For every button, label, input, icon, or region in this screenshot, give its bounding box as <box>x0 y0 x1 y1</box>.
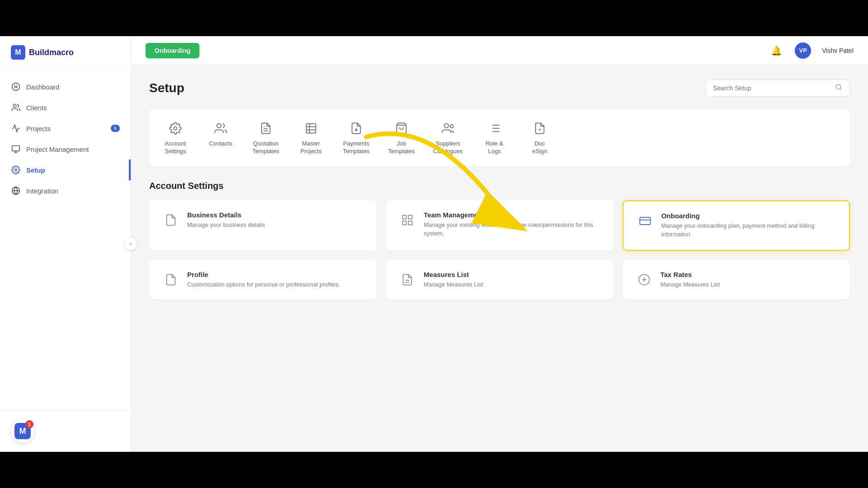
section-title: Account Settings <box>149 181 850 191</box>
job-templates-icon <box>393 120 410 136</box>
page-title: Setup <box>149 81 184 95</box>
measures-list-icon <box>398 271 416 289</box>
search-input[interactable] <box>713 84 830 92</box>
top-header: Onboarding 🔔 VP Vishv Patel <box>131 36 868 65</box>
nav-label-payments-templates: PaymentsTemplates <box>343 140 369 155</box>
nav-label-master-projects: MasterProjects <box>301 140 322 155</box>
nav-label-account-settings: AccountSettings <box>165 140 186 155</box>
role-logs-icon <box>486 120 503 136</box>
onboarding-button[interactable]: Onboarding <box>146 43 199 58</box>
team-management-title: Team Management <box>424 211 600 219</box>
sidebar-bottom: M 1 <box>0 410 131 452</box>
notification-count: 1 <box>25 420 33 428</box>
sidebar-item-dashboard[interactable]: Dashboard <box>0 76 131 97</box>
sidebar-nav: Dashboard Clients Projects 6 <box>0 69 131 410</box>
nav-item-payments-templates[interactable]: PaymentsTemplates <box>334 117 379 159</box>
sidebar-label-setup: Setup <box>26 166 45 174</box>
notification-bell-icon[interactable]: 🔔 <box>771 45 782 56</box>
logo-icon: M <box>11 45 25 60</box>
setup-nav: AccountSettings Contacts QuotationTempla… <box>149 109 850 166</box>
nav-label-contacts: Contacts <box>209 140 232 148</box>
card-tax-rates[interactable]: Tax Rates Manage Measures List <box>623 260 850 300</box>
svg-point-20 <box>444 124 448 128</box>
svg-rect-30 <box>409 221 412 225</box>
dashboard-icon <box>11 82 21 92</box>
svg-rect-32 <box>640 217 650 225</box>
clients-icon <box>11 103 21 113</box>
quotation-templates-icon <box>258 120 274 136</box>
integration-icon <box>11 186 21 196</box>
team-management-desc: Manage your existing team and change rol… <box>424 221 600 238</box>
payments-templates-icon <box>348 120 364 136</box>
profile-title: Profile <box>187 271 340 278</box>
nav-item-role-logs[interactable]: Role &Logs <box>472 117 517 159</box>
measures-list-desc: Manage Measures List <box>424 280 483 289</box>
tax-rates-desc: Manage Measures List <box>660 280 720 289</box>
search-icon <box>835 84 842 93</box>
sidebar-item-project-management[interactable]: Project Management <box>0 139 131 160</box>
logo: M Buildmacro <box>0 36 131 69</box>
profile-icon <box>162 271 180 289</box>
svg-rect-28 <box>403 215 406 219</box>
sidebar-label-clients: Clients <box>26 104 47 112</box>
onboarding-icon <box>636 212 654 230</box>
svg-rect-13 <box>307 124 316 133</box>
main-content: Onboarding 🔔 VP Vishv Patel Setup <box>131 36 868 452</box>
svg-point-10 <box>217 124 221 128</box>
nav-label-suppliers-catalogues: SuppliersCatalogues <box>433 140 463 155</box>
nav-item-contacts[interactable]: Contacts <box>198 117 243 151</box>
suppliers-catalogues-icon <box>440 120 456 136</box>
nav-label-quotation-templates: QuotationTemplates <box>252 140 279 155</box>
tax-rates-title: Tax Rates <box>660 271 720 278</box>
master-projects-icon <box>303 120 319 136</box>
svg-rect-31 <box>403 221 406 225</box>
search-box <box>705 80 850 97</box>
sidebar-item-clients[interactable]: Clients <box>0 97 131 118</box>
onboarding-desc: Manage your onboarding plan, payment met… <box>661 221 836 239</box>
settings-cards-grid: Business Details Manage your business de… <box>149 200 850 300</box>
business-details-desc: Manage your business details <box>187 221 265 230</box>
sidebar-item-setup[interactable]: Setup <box>0 160 131 180</box>
nav-item-doc-esign[interactable]: DoceSign <box>517 117 562 159</box>
contacts-icon <box>212 120 229 136</box>
business-details-icon <box>162 211 180 229</box>
notification-bubble[interactable]: M 1 <box>11 419 34 443</box>
card-business-details[interactable]: Business Details Manage your business de… <box>149 200 377 251</box>
nav-item-job-templates[interactable]: JobTemplates <box>379 117 424 159</box>
sidebar-label-projects: Projects <box>26 125 51 132</box>
nav-item-account-settings[interactable]: AccountSettings <box>153 117 198 159</box>
svg-point-2 <box>13 104 16 108</box>
setup-icon <box>11 165 21 175</box>
nav-item-quotation-templates[interactable]: QuotationTemplates <box>243 117 288 159</box>
nav-item-master-projects[interactable]: MasterProjects <box>288 117 334 159</box>
svg-point-21 <box>450 125 453 128</box>
project-management-icon <box>11 144 21 154</box>
tax-rates-icon <box>635 271 653 289</box>
nav-label-job-templates: JobTemplates <box>388 140 415 155</box>
user-avatar: VP <box>795 42 811 59</box>
svg-point-1 <box>15 86 17 88</box>
sidebar-item-projects[interactable]: Projects 6 <box>0 118 131 139</box>
logo-text: Buildmacro <box>29 48 74 57</box>
svg-point-6 <box>15 169 17 171</box>
sidebar-label-project-management: Project Management <box>26 145 89 153</box>
nav-item-suppliers-catalogues[interactable]: SuppliersCatalogues <box>424 117 472 159</box>
user-name: Vishv Patel <box>822 47 854 54</box>
sidebar-item-integration[interactable]: Integration <box>0 180 131 201</box>
setup-header: Setup <box>149 80 850 97</box>
card-onboarding[interactable]: Onboarding Manage your onboarding plan, … <box>623 200 850 251</box>
onboarding-title: Onboarding <box>661 212 836 220</box>
projects-badge: 6 <box>111 125 120 132</box>
doc-esign-icon <box>532 120 548 136</box>
account-settings-icon <box>167 120 184 136</box>
card-team-management[interactable]: Team Management Manage your existing tea… <box>386 200 613 251</box>
setup-page: Setup AccountSettings <box>131 65 868 452</box>
card-profile[interactable]: Profile Customization options for person… <box>149 260 377 300</box>
svg-rect-29 <box>409 215 412 219</box>
svg-point-0 <box>12 83 20 91</box>
sidebar-collapse-button[interactable]: ‹ <box>124 238 137 250</box>
card-measures-list[interactable]: Measures List Manage Measures List <box>386 260 613 300</box>
svg-line-8 <box>840 89 841 90</box>
profile-desc: Customization options for personal or pr… <box>187 280 340 289</box>
team-management-icon <box>398 211 416 229</box>
